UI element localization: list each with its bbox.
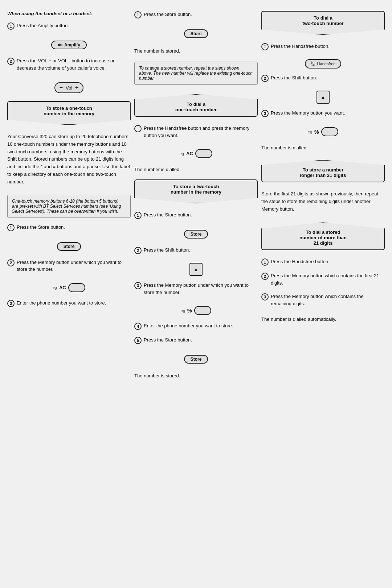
dial-one-touch-text: Press the Handsfree button and press the… bbox=[144, 125, 258, 139]
section-title-1b: number in the memory bbox=[13, 111, 125, 116]
store-step1-text: Press the Store button. bbox=[17, 224, 131, 231]
amplify-label: Amplify bbox=[64, 42, 80, 47]
eg-percent-row-2: eg % bbox=[134, 305, 258, 316]
col2-store-btn: Store bbox=[184, 29, 208, 38]
store-btn-1: Store bbox=[57, 242, 81, 251]
amplify-btn: Amplify bbox=[51, 41, 87, 49]
two-touch-step3: 3 Press the Memory button under which yo… bbox=[134, 282, 258, 296]
vol-btn: − Vol + bbox=[54, 82, 84, 93]
two-touch-step-num-5: 5 bbox=[134, 337, 142, 344]
section4-title2: two-touch number bbox=[267, 21, 379, 26]
section5-title2: longer than 21 digits bbox=[267, 173, 379, 178]
section-title-1a: To store a one-touch bbox=[13, 105, 125, 111]
two-touch-step-num-3: 3 bbox=[134, 282, 142, 289]
step-vol-text: Press the VOL + or VOL - button to incre… bbox=[17, 57, 131, 71]
store-btn-2touch-2: Store bbox=[184, 355, 208, 364]
handsfree-label: Handsfree bbox=[317, 62, 336, 66]
store-step-num-3: 3 bbox=[7, 300, 15, 307]
two-touch-step4: 4 Enter the phone number you want to sto… bbox=[134, 322, 258, 330]
eg-ac-row: eg AC bbox=[7, 282, 131, 294]
two-touch-step1-text: Press the Store button. bbox=[144, 211, 258, 219]
column-1: When using the handset or a headset: 1 P… bbox=[7, 11, 131, 380]
store-step-num-2: 2 bbox=[7, 259, 15, 266]
two-touch-step4-text: Enter the phone number you want to store… bbox=[144, 322, 258, 330]
two-touch-step-num-1: 1 bbox=[134, 212, 142, 219]
store-step2-text: Press the Memory button under which you … bbox=[17, 259, 131, 273]
dial-21-num-2: 2 bbox=[261, 273, 269, 280]
dial-21-step1-text: Press the Handsfree button. bbox=[271, 258, 385, 265]
handsfree-btn-display: Handsfree bbox=[261, 59, 385, 69]
vol-label: Vol bbox=[66, 85, 72, 91]
step-vol: 2 Press the VOL + or VOL - button to inc… bbox=[7, 57, 131, 71]
dial-21-step1: 1 Press the Handsfree button. bbox=[261, 258, 385, 266]
section-one-touch-store: To store a one-touch number in the memor… bbox=[7, 101, 131, 125]
eg-label-2: eg bbox=[180, 152, 184, 156]
percent-label-3: % bbox=[314, 129, 319, 135]
svg-marker-1 bbox=[59, 44, 61, 46]
two-touch-step5-text: Press the Store button. bbox=[144, 336, 258, 344]
page: When using the handset or a headset: 1 P… bbox=[0, 0, 392, 391]
store-step-num-1: 1 bbox=[7, 224, 15, 231]
vol-button-display: − Vol + bbox=[7, 80, 131, 95]
store-btn-display-1: Store bbox=[7, 240, 131, 253]
section-dial-two-touch: To dial a two-touch number bbox=[261, 11, 385, 35]
dial-21-footer: The number is dialled automatically. bbox=[261, 316, 385, 322]
dial-one-touch-title2: one-touch number bbox=[140, 107, 252, 112]
section-dial-one-touch: To dial a one-touch number bbox=[134, 94, 258, 117]
stored-text-2: The number is stored. bbox=[134, 373, 258, 378]
ac-label-2: AC bbox=[186, 151, 193, 156]
col2-step1: 1 Press the Store button. bbox=[134, 11, 258, 18]
memory-btn-ac bbox=[68, 283, 86, 292]
column-2: 1 Press the Store button. Store The numb… bbox=[134, 11, 258, 380]
dial-hollow-num bbox=[134, 125, 142, 132]
two-touch-store-btn2: Store bbox=[134, 353, 258, 366]
vol-plus-icon: + bbox=[75, 84, 78, 91]
dial-two-touch-step2: 2 Press the Shift button. bbox=[261, 74, 385, 82]
dial-one-touch-step: Press the Handsfree button and press the… bbox=[134, 125, 258, 139]
eg-percent-row-3: eg % bbox=[261, 126, 385, 138]
handset-heading: When using the handset or a headset: bbox=[7, 11, 131, 16]
section-dial-21-digits: To dial a stored number of more than 21 … bbox=[261, 222, 385, 250]
two-touch-step2-text: Press the Shift button. bbox=[144, 247, 258, 254]
amplify-icon bbox=[58, 42, 63, 47]
eg-label-3: eg bbox=[181, 309, 185, 313]
shift-btn-2: ▲ bbox=[189, 263, 203, 276]
vol-minus-icon: − bbox=[60, 84, 63, 91]
store-btn-2touch: Store bbox=[184, 230, 208, 239]
col2-step1-text: Press the Store button. bbox=[144, 11, 258, 18]
eg-label-4: eg bbox=[308, 130, 312, 134]
dial-two-touch-num-3: 3 bbox=[261, 110, 269, 117]
step-amplify: 1 Press the Amplify button. bbox=[7, 22, 131, 30]
section6-title1: To dial a stored bbox=[267, 229, 379, 235]
eg-label-1: eg bbox=[53, 285, 57, 290]
section6-title3: 21 digits bbox=[267, 240, 379, 246]
one-touch-italic-note: One-touch memory buttons 6-10 (the botto… bbox=[7, 195, 131, 218]
percent-label-2: % bbox=[187, 308, 192, 314]
store-step1: 1 Press the Store button. bbox=[7, 224, 131, 231]
dial-21-step3: 3 Press the Memory button which contains… bbox=[261, 293, 385, 307]
shift-btn-3: ▲ bbox=[317, 91, 330, 104]
section-two-touch-store: To store a two-touch number in the memor… bbox=[134, 179, 258, 203]
handsfree-phone-icon bbox=[311, 61, 316, 66]
dial-two-touch-num-2: 2 bbox=[261, 75, 269, 82]
section6-title2: number of more than bbox=[267, 235, 379, 240]
store-21-body: Store the first 21 digits as shown previ… bbox=[261, 190, 385, 213]
dial-two-touch-num-1: 1 bbox=[261, 43, 269, 50]
store-step3: 3 Enter the phone number you want to sto… bbox=[7, 299, 131, 307]
dial-two-touch-step1-text: Press the Handsfree button. bbox=[271, 43, 385, 50]
store-step3-text: Enter the phone number you want to store… bbox=[17, 299, 131, 307]
change-note-text: To change a stored number, repeat the st… bbox=[139, 66, 253, 81]
amplify-button-display: Amplify bbox=[7, 38, 131, 51]
svg-rect-0 bbox=[58, 44, 59, 46]
column-3: To dial a two-touch number 1 Press the H… bbox=[261, 11, 385, 380]
dial-21-step2-text: Press the Memory button which contains t… bbox=[271, 272, 385, 286]
dial-21-num-1: 1 bbox=[261, 258, 269, 266]
dialled-text-1: The number is dialled. bbox=[134, 167, 258, 172]
dial-two-touch-step2-text: Press the Shift button. bbox=[271, 74, 385, 82]
dial-one-touch-title1: To dial a bbox=[140, 102, 252, 107]
two-touch-step3-text: Press the Memory button under which you … bbox=[144, 282, 258, 296]
italic-note-text: One-touch memory buttons 6-10 (the botto… bbox=[12, 199, 121, 214]
two-touch-step-num-4: 4 bbox=[134, 323, 142, 330]
two-touch-store-btn: Store bbox=[134, 228, 258, 241]
dial-21-step3-text: Press the Memory button which contains t… bbox=[271, 293, 385, 307]
